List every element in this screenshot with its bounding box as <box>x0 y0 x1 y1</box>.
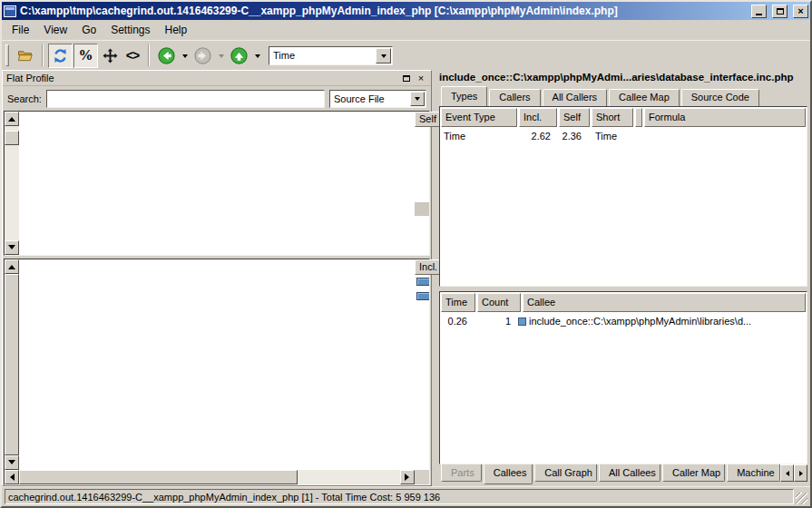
forward-button[interactable] <box>191 44 215 68</box>
maximize-button[interactable] <box>772 5 788 18</box>
cell-self: 0.79 <box>415 175 429 189</box>
up-button[interactable] <box>227 44 251 68</box>
scroll-left-button[interactable] <box>5 470 19 484</box>
column-header-event-type[interactable]: Event Type <box>441 108 517 127</box>
function-row[interactable]: 0.000.001PMA_DBI_Mysqli->getProtoInfoC:\… <box>415 449 429 464</box>
function-row[interactable]: 0.260.261include_once::C:\xampp\phpMyAd.… <box>415 347 429 362</box>
function-row[interactable]: 52.880.002PMA_DBI_Mysqli->connectC:\xamp… <box>415 275 429 289</box>
tab-source-code[interactable]: Source Code <box>681 89 759 106</box>
tab-parts[interactable]: Parts <box>441 464 482 482</box>
function-row[interactable]: 0.000.0027PMA_DBI_Mysqli->freeResultC:\x… <box>415 376 429 391</box>
tab-callers[interactable]: Callers <box>489 89 540 106</box>
column-header-short[interactable]: Short <box>592 108 633 127</box>
tab-caller-map[interactable]: Caller Map <box>662 464 725 482</box>
function-row[interactable]: 0.000.0013PMA_DBI_Mysqli->numRowsC:\xamp… <box>415 391 429 405</box>
menu-help[interactable]: Help <box>158 22 195 38</box>
resize-grip[interactable] <box>796 493 807 504</box>
column-header-formula[interactable]: Formula <box>644 108 806 127</box>
group-by-select[interactable]: Source File <box>329 90 426 108</box>
combo-arrow-button[interactable] <box>410 92 425 106</box>
triangle-up-icon <box>8 113 15 122</box>
function-row[interactable]: 52.880.002PMA_DBI_Mysqli->_realConnectC:… <box>415 289 429 304</box>
cell-callee: include_once::C:\xampp\phpMyAdmin\librar… <box>518 314 807 329</box>
menu-view[interactable]: View <box>36 22 74 38</box>
tab-scroll-left-button[interactable] <box>780 464 794 482</box>
column-header-callee[interactable]: Callee <box>523 293 806 312</box>
scroll-thumb[interactable] <box>5 274 19 455</box>
source-file-row[interactable]: 0.79C:\xampp\phpMyAdmin\libraries\Tracke… <box>415 175 429 189</box>
minimize-button[interactable] <box>751 5 767 18</box>
scroll-right-button[interactable] <box>400 470 415 484</box>
triangle-right-icon <box>405 474 413 481</box>
tab-call-graph[interactable]: Call Graph <box>534 464 597 482</box>
dock-layout-button[interactable] <box>99 44 121 68</box>
scroll-track[interactable] <box>5 145 19 240</box>
source-file-row[interactable]: 1.31C:\xampp\phpMyAdmin\libraries\naviga… <box>415 134 429 148</box>
menu-file[interactable]: File <box>5 22 36 38</box>
source-file-row[interactable]: 0.79C:\xampp\phpMyAdmin\libraries\Respon… <box>415 189 429 202</box>
menu-settings[interactable]: Settings <box>103 22 157 38</box>
event-type-select[interactable]: Time <box>269 46 393 65</box>
cell-self: 0.79 <box>415 161 429 175</box>
source-file-row[interactable]: 0.52C:\xampp\phpMyAdmin\libraries\mysql_… <box>415 216 429 230</box>
source-file-row[interactable]: 0.79C:\xampp\phpMyAdmin\libraries\Databa… <box>415 161 429 175</box>
source-table-vscrollbar[interactable] <box>5 112 19 255</box>
search-input[interactable] <box>46 90 325 108</box>
close-button[interactable]: × <box>793 5 808 18</box>
scroll-up-button[interactable] <box>5 259 19 274</box>
forward-dropdown[interactable] <box>216 44 226 68</box>
column-header-incl-[interactable]: Incl. <box>519 108 557 127</box>
source-file-row[interactable]: 0.52C:\xampp\phpMyAdmin\libraries\user_p… <box>415 230 429 243</box>
tab-scroll-right-button[interactable] <box>794 464 807 482</box>
combo-arrow-button[interactable] <box>376 48 391 64</box>
column-header-self[interactable]: Self <box>559 108 590 127</box>
source-file-row[interactable]: 0.79C:\xampp\phpMyAdmin\libraries\dbi\DB… <box>415 202 429 216</box>
scroll-up-button[interactable] <box>5 112 19 126</box>
function-row[interactable]: 0.000.007PMA_DBI_Mysqli->affectedRowsC:\… <box>415 405 429 420</box>
cell-incl: 0.00 <box>415 435 429 449</box>
toolbar-handle[interactable] <box>5 44 9 66</box>
tab-machine[interactable]: Machine <box>727 464 780 482</box>
scrollbar-corner <box>415 470 429 484</box>
percent-button[interactable]: % <box>73 44 98 68</box>
scroll-thumb[interactable] <box>19 470 298 484</box>
up-dropdown[interactable] <box>252 44 262 68</box>
tab-all-callers[interactable]: All Callers <box>543 89 608 106</box>
tab-all-callees[interactable]: All Callees <box>599 464 660 482</box>
event-type-row[interactable]: Time2.622.36Time <box>440 129 807 144</box>
expand-button[interactable]: <> <box>122 44 143 68</box>
column-header-count[interactable]: Count <box>477 293 521 312</box>
tab-callees[interactable]: Callees <box>484 464 533 484</box>
function-row[interactable]: 3.140.2636PMA_DBI_Mysqli->realQueryC:\xa… <box>415 304 429 318</box>
source-file-row[interactable]: 1.37C:\xampp\phpMyAdmin\libraries\naviga… <box>415 127 429 134</box>
scroll-down-button[interactable] <box>5 240 19 255</box>
function-row[interactable]: 0.260.26376PMA_DBI_Mysqli->fetchAssocC:\… <box>415 333 429 347</box>
scroll-thumb[interactable] <box>5 131 19 145</box>
column-header-time[interactable]: Time <box>441 293 475 312</box>
dock-title-bar[interactable]: Flat Profile × <box>3 71 431 86</box>
title-bar[interactable]: C:\xampp\tmp\cachegrind.out.1416463299-C… <box>2 2 810 20</box>
detail-panel: include_once::C:\xampp\phpMyAdmi...aries… <box>436 70 810 486</box>
back-button[interactable] <box>154 44 179 68</box>
scroll-down-button[interactable] <box>5 455 19 470</box>
move-arrows-icon <box>103 48 118 64</box>
back-dropdown[interactable] <box>180 44 190 68</box>
dock-float-button[interactable] <box>400 73 413 84</box>
source-file-row[interactable]: 0.79C:\xampp\phpMyAdmin\libraries\Util.c… <box>415 148 429 161</box>
cycle-grouping-button[interactable] <box>48 44 73 68</box>
function-row[interactable]: 0.520.002PMA_DBI_Mysqli->selectDbC:\xamp… <box>415 318 429 333</box>
callee-row[interactable]: 0.261include_once::C:\xampp\phpMyAdmin\l… <box>440 314 807 329</box>
open-file-button[interactable] <box>13 44 37 68</box>
function-table-hscrollbar[interactable] <box>5 470 415 484</box>
cell-formula <box>634 129 807 144</box>
dock-close-button[interactable]: × <box>415 73 427 84</box>
tab-callee-map[interactable]: Callee Map <box>609 89 680 106</box>
function-row[interactable]: 0.000.002PMA_DBI_Mysqli->getClientInfoC:… <box>415 420 429 435</box>
menu-go[interactable]: Go <box>74 22 103 38</box>
scroll-track[interactable] <box>298 470 400 484</box>
tab-types[interactable]: Types <box>441 86 487 106</box>
function-row[interactable]: 0.000.001PMA_DBI_Mysqli->numFieldsC:\xam… <box>415 435 429 449</box>
function-table-vscrollbar[interactable] <box>5 259 19 470</box>
function-row[interactable]: 0.000.0036PMA_DBI_Mysqli->fetchRowC:\xam… <box>415 362 429 376</box>
flat-profile-dock: Flat Profile × Search: Source File SelfS… <box>2 70 432 486</box>
